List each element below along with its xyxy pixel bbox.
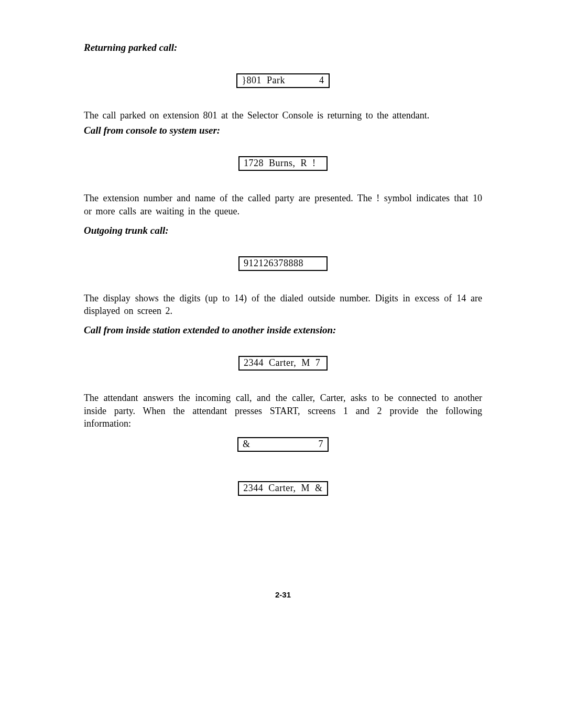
lcd-display-console-to-user: 1728 Burns, R !: [238, 156, 328, 171]
heading-outgoing-trunk: Outgoing trunk call:: [84, 225, 482, 236]
lcd-wrap: }801 Park 4: [84, 73, 482, 88]
para-console-to-user: The extension number and name of the cal…: [84, 192, 482, 218]
lcd-wrap: 2344 Carter, M &: [84, 481, 482, 496]
para-outgoing: The display shows the digits (up to 14) …: [84, 292, 482, 318]
heading-extended: Call from inside station extended to ano…: [84, 324, 482, 336]
document-page: Returning parked call: }801 Park 4 The c…: [84, 0, 482, 631]
lcd-display-extended-2: & 7: [237, 437, 329, 452]
page-number: 2-31: [84, 590, 482, 599]
lcd-display-extended-1: 2344 Carter, M 7: [238, 356, 328, 371]
heading-returning-parked-call: Returning parked call:: [84, 42, 482, 53]
lcd-display-returning: }801 Park 4: [236, 73, 329, 88]
lcd-wrap: 1728 Burns, R !: [84, 156, 482, 171]
lcd-display-outgoing: 912126378888: [238, 256, 328, 271]
lcd-wrap: 2344 Carter, M 7: [84, 356, 482, 371]
para-extended: The attendant answers the incoming call,…: [84, 392, 482, 430]
para-returning: The call parked on extension 801 at the …: [84, 109, 482, 122]
heading-console-to-user: Call from console to system user:: [84, 125, 482, 136]
lcd-wrap: 912126378888: [84, 256, 482, 271]
lcd-display-extended-3: 2344 Carter, M &: [238, 481, 328, 496]
lcd-wrap: & 7: [84, 437, 482, 452]
